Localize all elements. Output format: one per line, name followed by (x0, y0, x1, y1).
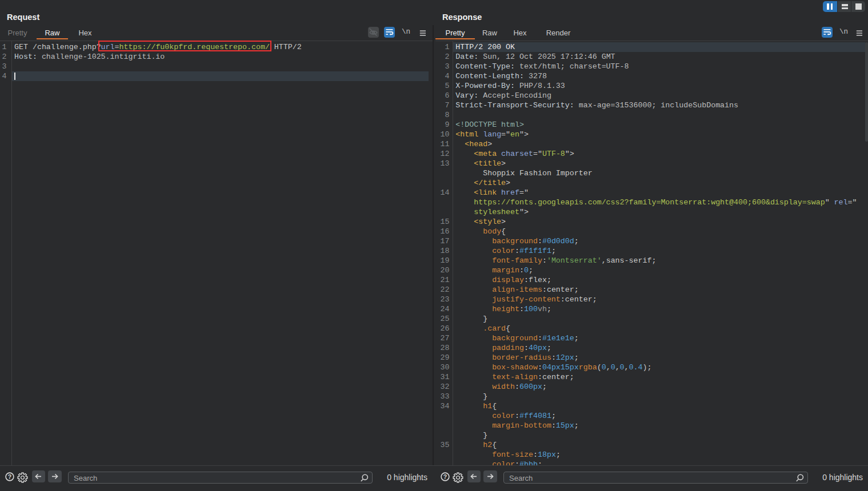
svg-text:?: ? (7, 473, 11, 480)
svg-text:?: ? (443, 473, 446, 480)
